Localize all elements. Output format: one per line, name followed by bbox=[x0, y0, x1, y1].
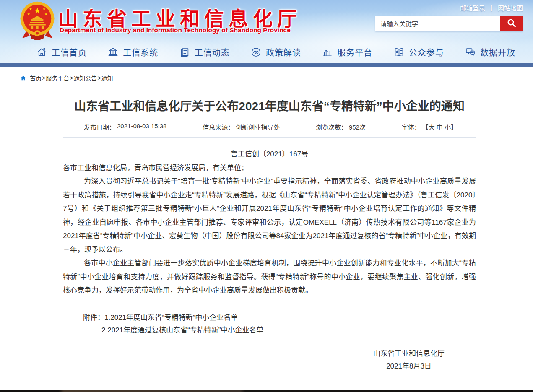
search-icon bbox=[507, 18, 517, 29]
nav-label: 政策解读 bbox=[266, 46, 301, 58]
article-meta: 发布日期： 2021-08-03 15:38 信息来源： 创新创业指导处 浏览次… bbox=[63, 122, 476, 131]
signature-block: 山东省工业和信息化厅 2021年8月3日 bbox=[348, 348, 470, 373]
svg-text:★: ★ bbox=[34, 6, 41, 16]
header-divider-bar bbox=[0, 63, 533, 67]
paragraph: 为深入贯彻习近平总书记关于“培育一批‘专精特新’中小企业”重要指示精神，全面落实… bbox=[63, 175, 476, 257]
site-map-link[interactable]: 网站地图 bbox=[498, 3, 523, 12]
nav-item-open-data[interactable]: 数据开放 bbox=[465, 46, 515, 58]
breadcrumb-home-icon bbox=[20, 75, 26, 81]
publish-date-label: 发布日期： bbox=[84, 122, 115, 131]
site-header: ★ ★ ★ ★ ★ 山东省工业和信息化厅 Department of Indus… bbox=[0, 0, 533, 63]
nav-item-policy[interactable]: 政策解读 bbox=[250, 46, 301, 58]
document-number: 鲁工信创〔2021〕167号 bbox=[63, 148, 476, 161]
breadcrumb-item-notice[interactable]: 通知 bbox=[101, 74, 113, 82]
news-icon bbox=[179, 47, 190, 58]
breadcrumb-separator: > bbox=[42, 75, 45, 81]
source-label: 信息来源： bbox=[203, 122, 234, 131]
search-button[interactable] bbox=[500, 16, 523, 31]
top-utility-links: 邮箱登录 | 网站地图 bbox=[460, 3, 523, 12]
svg-text:★: ★ bbox=[29, 7, 32, 11]
breadcrumb-item-service[interactable]: 服务平台 bbox=[46, 74, 69, 82]
meta-views: 浏览次数： 952次 bbox=[316, 122, 366, 131]
nav-item-home[interactable]: 工信首页 bbox=[36, 46, 87, 58]
article-title: 山东省工业和信息化厅关于公布2021年度山东省“专精特新”中小企业的通知 bbox=[63, 97, 476, 116]
nav-label: 服务平台 bbox=[337, 46, 372, 58]
salutation: 各市工业和信息化局，青岛市民营经济发展局，有关单位： bbox=[63, 161, 476, 175]
breadcrumb-item-home[interactable]: 首页 bbox=[30, 74, 42, 82]
national-emblem-logo: ★ ★ ★ ★ ★ bbox=[18, 1, 56, 39]
mail-login-link[interactable]: 邮箱登录 bbox=[460, 3, 485, 12]
attachment-link-1[interactable]: 1.2021年度山东省“专精特新”中小企业名单 bbox=[104, 314, 238, 322]
font-size-options[interactable]: 【大 中 小】 bbox=[422, 122, 457, 131]
attachments-label: 附件： bbox=[83, 314, 104, 322]
font-size-label: 字体： bbox=[402, 122, 421, 131]
handshake-icon bbox=[250, 47, 262, 58]
svg-text:★: ★ bbox=[27, 12, 30, 16]
meta-source: 信息来源： 创新创业指导处 bbox=[203, 122, 280, 131]
article: 山东省工业和信息化厅关于公布2021年度山东省“专精特新”中小企业的通知 发布日… bbox=[63, 97, 476, 373]
nav-label: 工信首页 bbox=[52, 46, 87, 58]
attachment-link-2[interactable]: 2.2021年度通过复核山东省“专精特新”中小企业名单 bbox=[101, 326, 263, 334]
nav-label: 数据开放 bbox=[480, 46, 515, 58]
publish-date-value: 2021-08-03 15:38 bbox=[117, 122, 166, 131]
home-icon bbox=[36, 47, 47, 58]
nav-item-service[interactable]: 服务平台 bbox=[322, 46, 372, 58]
meta-divider-line bbox=[63, 137, 476, 138]
search-input[interactable] bbox=[375, 16, 500, 31]
nav-label: 公众参与 bbox=[409, 46, 444, 58]
source-value: 创新创业指导处 bbox=[236, 122, 280, 131]
main-nav: 工信首页 工信系统 工信动态 政策解读 服务平台 bbox=[0, 41, 533, 63]
svg-text:★: ★ bbox=[44, 12, 47, 16]
top-links-separator: | bbox=[491, 4, 492, 11]
signature-org: 山东省工业和信息化厅 bbox=[348, 348, 470, 360]
site-subtitle-en: Department of Industry and Information T… bbox=[60, 26, 291, 34]
chart-icon bbox=[322, 47, 333, 58]
meta-font-size: 字体： 【大 中 小】 bbox=[402, 122, 457, 131]
signature-date: 2021年8月3日 bbox=[348, 360, 470, 373]
breadcrumb-separator: > bbox=[70, 75, 73, 81]
nav-item-news[interactable]: 工信动态 bbox=[179, 46, 230, 58]
nav-item-system[interactable]: 工信系统 bbox=[107, 46, 158, 58]
views-label: 浏览次数： bbox=[316, 122, 347, 131]
breadcrumb-item-notices[interactable]: 通知公告 bbox=[73, 74, 97, 82]
open-book-icon bbox=[393, 47, 405, 58]
article-body: 鲁工信创〔2021〕167号 各市工业和信息化局，青岛市民营经济发展局，有关单位… bbox=[63, 148, 476, 373]
meta-publish-date: 发布日期： 2021-08-03 15:38 bbox=[84, 122, 166, 131]
chat-bubbles-icon bbox=[465, 47, 476, 58]
search-box bbox=[375, 16, 523, 31]
svg-text:★: ★ bbox=[43, 7, 46, 11]
attachments: 附件：1.2021年度山东省“专精特新”中小企业名单 2.2021年度通过复核山… bbox=[63, 312, 476, 337]
footer-edge bbox=[0, 390, 533, 392]
nav-label: 工信动态 bbox=[195, 46, 230, 58]
paragraph: 各市中小企业主管部门要进一步落实优质中小企业梯度培育机制，围绕提升中小企业创新能… bbox=[63, 257, 476, 298]
nav-label: 工信系统 bbox=[123, 46, 158, 58]
breadcrumb: 首页>服务平台>通知公告>通知 bbox=[20, 74, 113, 82]
bank-icon bbox=[107, 47, 119, 58]
breadcrumb-separator: > bbox=[97, 75, 101, 81]
nav-item-participation[interactable]: 公众参与 bbox=[393, 46, 444, 58]
views-value: 952次 bbox=[349, 122, 366, 131]
